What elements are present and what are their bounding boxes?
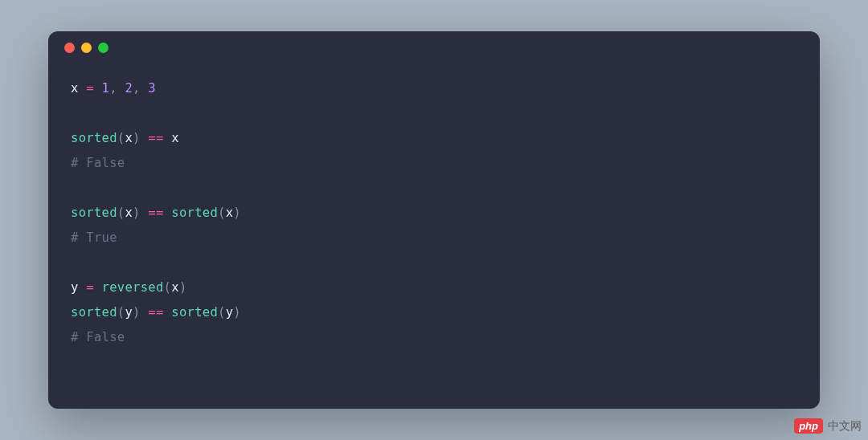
code-token: ==: [148, 206, 163, 220]
watermark-badge: php: [794, 418, 823, 434]
window-titlebar: [48, 31, 820, 63]
code-token: reversed: [102, 280, 164, 295]
code-line: y = reversed(x): [71, 275, 797, 300]
code-token: # True: [71, 230, 117, 245]
watermark-text: 中文网: [828, 419, 862, 434]
code-token: ): [133, 131, 148, 145]
code-line: # True: [71, 226, 797, 251]
code-token: y: [71, 280, 86, 295]
code-line: # False: [71, 325, 797, 350]
code-token: 3: [148, 81, 156, 96]
code-token: x: [226, 206, 234, 220]
code-token: ,: [109, 81, 125, 96]
code-line: # False: [71, 151, 797, 176]
minimize-icon[interactable]: [81, 43, 92, 53]
code-token: x: [171, 280, 179, 295]
code-token: =: [86, 81, 94, 96]
code-token: ): [133, 206, 148, 220]
code-token: (: [117, 206, 125, 220]
code-token: 2: [125, 81, 133, 96]
code-token: sorted: [71, 305, 117, 320]
code-line: sorted(x) == x: [71, 126, 797, 151]
code-token: sorted: [171, 206, 218, 220]
code-window: x = 1, 2, 3sorted(x) == x# Falsesorted(x…: [48, 31, 820, 409]
code-token: x: [71, 81, 86, 96]
code-token: # False: [71, 330, 125, 344]
close-icon[interactable]: [64, 43, 75, 53]
code-token: =: [86, 280, 94, 295]
code-token: ): [233, 206, 241, 220]
code-token: 1: [102, 81, 110, 96]
watermark: php 中文网: [794, 418, 862, 434]
blank-line: [71, 176, 797, 201]
code-token: [164, 305, 172, 320]
code-token: y: [226, 305, 234, 320]
code-token: [94, 280, 102, 295]
code-token: ): [233, 305, 241, 320]
code-token: [164, 206, 172, 220]
code-body: x = 1, 2, 3sorted(x) == x# Falsesorted(x…: [48, 63, 820, 363]
code-token: x: [164, 131, 179, 145]
code-token: # False: [71, 156, 125, 170]
code-token: ): [179, 280, 187, 295]
code-line: sorted(x) == sorted(x): [71, 201, 797, 226]
code-token: (: [164, 280, 172, 295]
code-token: (: [117, 305, 125, 320]
code-token: sorted: [171, 305, 218, 320]
code-token: x: [125, 131, 133, 145]
code-token: y: [125, 305, 133, 320]
code-token: x: [125, 206, 133, 220]
code-token: [94, 81, 102, 96]
code-token: ): [133, 305, 148, 320]
code-line: sorted(y) == sorted(y): [71, 300, 797, 325]
code-token: (: [218, 206, 226, 220]
code-token: (: [218, 305, 226, 320]
code-line: x = 1, 2, 3: [71, 76, 797, 101]
code-token: (: [117, 131, 125, 145]
code-token: sorted: [71, 206, 117, 220]
code-token: ==: [148, 131, 163, 145]
blank-line: [71, 101, 797, 126]
code-token: ,: [133, 81, 148, 96]
maximize-icon[interactable]: [98, 43, 108, 53]
code-token: ==: [148, 305, 163, 320]
blank-line: [71, 251, 797, 275]
code-token: sorted: [71, 131, 117, 145]
